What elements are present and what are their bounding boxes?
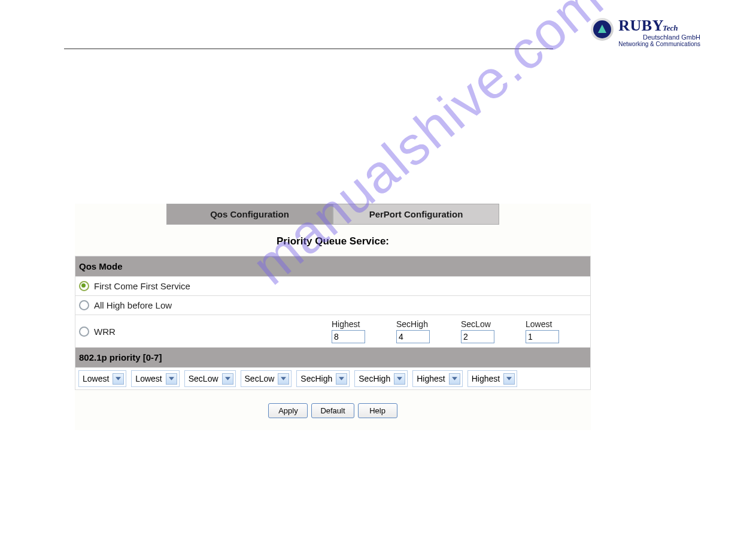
mode-ahbl-row[interactable]: All High before Low: [75, 295, 590, 315]
mode-wrr-label: WRR: [94, 327, 116, 337]
help-button[interactable]: Help: [358, 403, 397, 418]
mode-ahbl-label: All High before Low: [94, 300, 172, 310]
brand-tech: Tech: [663, 23, 678, 32]
priority-select-1[interactable]: Lowest: [131, 370, 179, 387]
priority-select-2-value: SecLow: [189, 374, 218, 383]
priority-select-2[interactable]: SecLow: [184, 370, 236, 387]
tab-qos-label: Qos Configuration: [210, 209, 289, 219]
priority-select-3[interactable]: SecLow: [241, 370, 292, 387]
mode-wrr-radio-part[interactable]: WRR: [79, 327, 330, 337]
wrr-lowest-input[interactable]: [526, 330, 559, 343]
brand-sub2: Networking & Communications: [618, 41, 700, 47]
priority-select-5-value: SecHigh: [359, 374, 390, 383]
tab-perport-configuration[interactable]: PerPort Configuration: [333, 204, 499, 225]
priority-select-0-value: Lowest: [83, 374, 109, 383]
mode-fcfs-row[interactable]: First Come First Service: [75, 276, 590, 295]
chevron-down-icon: [278, 373, 289, 385]
wrr-highest-input[interactable]: [332, 330, 365, 343]
priority-select-7-value: Highest: [472, 374, 500, 383]
qos-config-block: Qos Mode First Come First Service All Hi…: [75, 256, 591, 390]
priority-select-6[interactable]: Highest: [412, 370, 462, 387]
config-tabs: Qos Configuration PerPort Configuration: [75, 204, 591, 225]
tab-qos-configuration[interactable]: Qos Configuration: [166, 204, 333, 225]
brand-main: RUBY: [618, 17, 664, 34]
tab-perport-label: PerPort Configuration: [369, 209, 463, 219]
wrr-seclow-input[interactable]: [461, 330, 494, 343]
wrr-seclow-label: SecLow: [461, 319, 521, 329]
section-title: Priority Queue Service:: [75, 235, 591, 247]
wrr-highest-field: Highest: [332, 319, 391, 343]
wrr-lowest-field: Lowest: [526, 319, 585, 343]
qos-mode-header: Qos Mode: [75, 256, 590, 276]
chevron-down-icon: [166, 373, 177, 385]
radio-fcfs[interactable]: [79, 281, 89, 291]
priority-header: 802.1p priority [0-7]: [75, 347, 590, 367]
radio-wrr[interactable]: [79, 327, 89, 337]
priority-select-4[interactable]: SecHigh: [296, 370, 350, 387]
header-rule: [64, 49, 553, 49]
wrr-fields: Highest SecHigh SecLow Lowest: [332, 319, 587, 343]
radio-ahbl[interactable]: [79, 300, 89, 310]
wrr-sechigh-field: SecHigh: [396, 319, 456, 343]
wrr-lowest-label: Lowest: [526, 319, 585, 329]
chevron-down-icon: [449, 373, 460, 385]
priority-select-6-value: Highest: [417, 374, 445, 383]
wrr-sechigh-input[interactable]: [396, 330, 430, 343]
wrr-seclow-field: SecLow: [461, 319, 521, 343]
wrr-highest-label: Highest: [332, 319, 391, 329]
priority-select-row: Lowest Lowest SecLow SecLow SecHigh SecH…: [75, 367, 590, 389]
priority-select-4-value: SecHigh: [300, 374, 332, 383]
wrr-sechigh-label: SecHigh: [396, 319, 456, 329]
apply-button[interactable]: Apply: [268, 403, 308, 418]
priority-select-3-value: SecLow: [245, 374, 275, 383]
chevron-down-icon: [394, 373, 405, 385]
chevron-down-icon: [113, 373, 124, 385]
priority-select-7[interactable]: Highest: [467, 370, 517, 387]
priority-select-0[interactable]: Lowest: [78, 370, 126, 387]
action-buttons: Apply Default Help: [75, 403, 591, 418]
qos-config-panel: Qos Configuration PerPort Configuration …: [75, 204, 591, 430]
chevron-down-icon: [222, 373, 233, 385]
chevron-down-icon: [336, 373, 347, 385]
brand-sub1: Deutschland GmbH: [618, 34, 700, 41]
priority-select-1-value: Lowest: [135, 374, 162, 383]
priority-select-5[interactable]: SecHigh: [354, 370, 408, 387]
default-button[interactable]: Default: [311, 403, 354, 418]
mode-wrr-row: WRR Highest SecHigh SecLow Lowest: [75, 315, 590, 347]
mode-fcfs-label: First Come First Service: [94, 281, 190, 291]
logo-mark-icon: [591, 18, 615, 42]
brand-logo: RUBYTech Deutschland GmbH Networking & C…: [591, 18, 700, 47]
chevron-down-icon: [503, 373, 515, 385]
